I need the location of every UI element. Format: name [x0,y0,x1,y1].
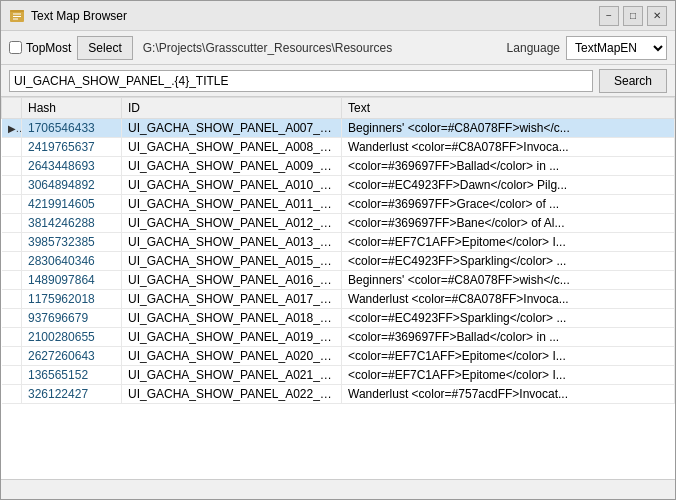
col-header-arrow [2,98,22,119]
results-table: Hash ID Text ▶1706546433UI_GACHA_SHOW_PA… [1,97,675,404]
table-header-row: Hash ID Text [2,98,675,119]
row-arrow [2,176,22,195]
row-id: UI_GACHA_SHOW_PANEL_A016_TITLE [122,271,342,290]
table-row[interactable]: 1175962018UI_GACHA_SHOW_PANEL_A017_TITLE… [2,290,675,309]
app-icon [9,8,25,24]
table-row[interactable]: 1489097864UI_GACHA_SHOW_PANEL_A016_TITLE… [2,271,675,290]
table-row[interactable]: 136565152UI_GACHA_SHOW_PANEL_A021_TITLE<… [2,366,675,385]
table-row[interactable]: 2100280655UI_GACHA_SHOW_PANEL_A019_TITLE… [2,328,675,347]
main-window: Text Map Browser − □ ✕ TopMost Select G:… [0,0,676,500]
table-row[interactable]: 2419765637UI_GACHA_SHOW_PANEL_A008_TITLE… [2,138,675,157]
row-text: <color=#EC4923FF>Sparkling</color> ... [342,252,675,271]
row-id: UI_GACHA_SHOW_PANEL_A019_TITLE [122,328,342,347]
table-row[interactable]: 2627260643UI_GACHA_SHOW_PANEL_A020_TITLE… [2,347,675,366]
row-arrow [2,366,22,385]
row-arrow [2,271,22,290]
row-hash: 937696679 [22,309,122,328]
row-text: <color=#369697FF>Bane</color> of Al... [342,214,675,233]
row-text: <color=#369697FF>Grace</color> of ... [342,195,675,214]
row-text: Beginners' <color=#C8A078FF>wish</c... [342,119,675,138]
row-hash: 3064894892 [22,176,122,195]
row-arrow [2,195,22,214]
row-id: UI_GACHA_SHOW_PANEL_A015_TITLE [122,252,342,271]
table-row[interactable]: 3814246288UI_GACHA_SHOW_PANEL_A012_TITLE… [2,214,675,233]
row-hash: 136565152 [22,366,122,385]
table-row[interactable]: 937696679UI_GACHA_SHOW_PANEL_A018_TITLE<… [2,309,675,328]
toolbar: TopMost Select G:\Projects\Grasscutter_R… [1,31,675,65]
topmost-label: TopMost [26,41,71,55]
language-label: Language [507,41,560,55]
row-hash: 2643448693 [22,157,122,176]
table-row[interactable]: 2830640346UI_GACHA_SHOW_PANEL_A015_TITLE… [2,252,675,271]
row-id: UI_GACHA_SHOW_PANEL_A008_TITLE [122,138,342,157]
table-row[interactable]: 3064894892UI_GACHA_SHOW_PANEL_A010_TITLE… [2,176,675,195]
row-arrow [2,385,22,404]
row-hash: 2830640346 [22,252,122,271]
search-input[interactable] [9,70,593,92]
title-bar: Text Map Browser − □ ✕ [1,1,675,31]
row-hash: 2419765637 [22,138,122,157]
table-row[interactable]: 3985732385UI_GACHA_SHOW_PANEL_A013_TITLE… [2,233,675,252]
row-id: UI_GACHA_SHOW_PANEL_A022_TITLE [122,385,342,404]
row-arrow [2,328,22,347]
search-button[interactable]: Search [599,69,667,93]
select-button[interactable]: Select [77,36,132,60]
row-text: Wanderlust <color=#C8A078FF>Invoca... [342,138,675,157]
row-text: Wanderlust <color=#757acdFF>Invocat... [342,385,675,404]
close-button[interactable]: ✕ [647,6,667,26]
row-hash: 326122427 [22,385,122,404]
row-text: Wanderlust <color=#C8A078FF>Invoca... [342,290,675,309]
row-id: UI_GACHA_SHOW_PANEL_A010_TITLE [122,176,342,195]
row-id: UI_GACHA_SHOW_PANEL_A009_TITLE [122,157,342,176]
col-header-hash[interactable]: Hash [22,98,122,119]
row-text: <color=#EF7C1AFF>Epitome</color> I... [342,366,675,385]
row-arrow [2,214,22,233]
row-id: UI_GACHA_SHOW_PANEL_A007_TITLE [122,119,342,138]
row-arrow [2,252,22,271]
row-hash: 1175962018 [22,290,122,309]
row-id: UI_GACHA_SHOW_PANEL_A013_TITLE [122,233,342,252]
row-hash: 2627260643 [22,347,122,366]
row-id: UI_GACHA_SHOW_PANEL_A017_TITLE [122,290,342,309]
row-arrow: ▶ [2,119,22,138]
col-header-id[interactable]: ID [122,98,342,119]
row-arrow [2,157,22,176]
row-hash: 1706546433 [22,119,122,138]
table-row[interactable]: 4219914605UI_GACHA_SHOW_PANEL_A011_TITLE… [2,195,675,214]
row-id: UI_GACHA_SHOW_PANEL_A020_TITLE [122,347,342,366]
row-text: <color=#369697FF>Ballad</color> in ... [342,157,675,176]
minimize-button[interactable]: − [599,6,619,26]
row-hash: 2100280655 [22,328,122,347]
row-hash: 4219914605 [22,195,122,214]
col-header-text[interactable]: Text [342,98,675,119]
row-text: <color=#EF7C1AFF>Epitome</color> I... [342,233,675,252]
table-container[interactable]: Hash ID Text ▶1706546433UI_GACHA_SHOW_PA… [1,97,675,479]
row-hash: 3814246288 [22,214,122,233]
row-text: <color=#369697FF>Ballad</color> in ... [342,328,675,347]
language-select[interactable]: TextMapEN TextMapCHS TextMapJP [566,36,667,60]
status-bar [1,479,675,499]
window-controls: − □ ✕ [599,6,667,26]
search-bar: Search [1,65,675,97]
table-row[interactable]: 326122427UI_GACHA_SHOW_PANEL_A022_TITLEW… [2,385,675,404]
row-text: <color=#EC4923FF>Sparkling</color> ... [342,309,675,328]
table-row[interactable]: 2643448693UI_GACHA_SHOW_PANEL_A009_TITLE… [2,157,675,176]
window-title: Text Map Browser [31,9,599,23]
row-hash: 1489097864 [22,271,122,290]
row-text: Beginners' <color=#C8A078FF>wish</c... [342,271,675,290]
row-arrow [2,290,22,309]
row-hash: 3985732385 [22,233,122,252]
row-arrow [2,138,22,157]
row-arrow [2,347,22,366]
row-arrow [2,233,22,252]
maximize-button[interactable]: □ [623,6,643,26]
svg-rect-1 [10,10,24,12]
row-id: UI_GACHA_SHOW_PANEL_A011_TITLE [122,195,342,214]
topmost-checkbox[interactable] [9,41,22,54]
topmost-checkbox-label[interactable]: TopMost [9,41,71,55]
row-arrow [2,309,22,328]
table-row[interactable]: ▶1706546433UI_GACHA_SHOW_PANEL_A007_TITL… [2,119,675,138]
row-id: UI_GACHA_SHOW_PANEL_A018_TITLE [122,309,342,328]
path-display: G:\Projects\Grasscutter_Resources\Resour… [143,41,392,55]
row-id: UI_GACHA_SHOW_PANEL_A012_TITLE [122,214,342,233]
